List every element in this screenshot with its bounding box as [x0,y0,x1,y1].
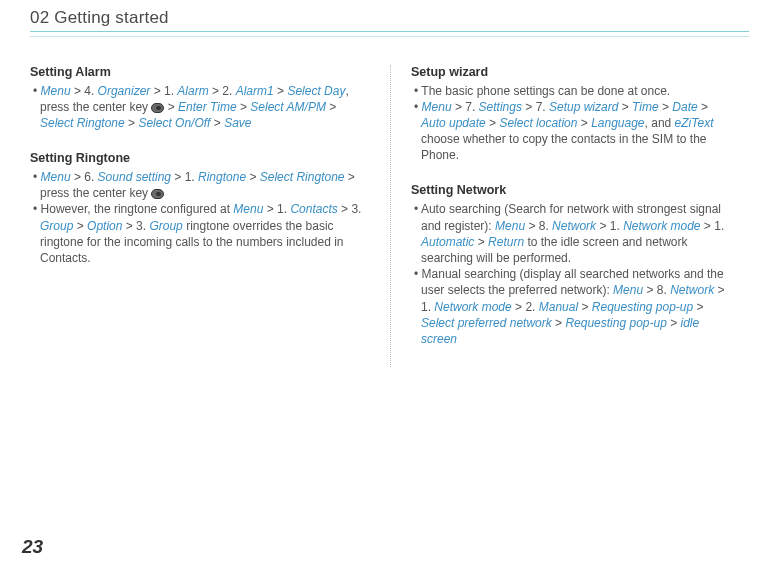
menu-path-link: Save [224,116,251,130]
text-span: > [577,116,591,130]
bullet-network-manual: Manual searching (display all searched n… [411,266,728,347]
menu-path-link: Network mode [623,219,700,233]
header-rule-top [30,31,749,32]
text-span: > [125,116,139,130]
menu-path-link: Contacts [290,202,337,216]
menu-path-link: Menu [41,170,71,184]
menu-path-link: eZiText [675,116,714,130]
menu-path-link: Organizer [98,84,151,98]
text-span: > [552,316,566,330]
text-span: > 1. [701,219,725,233]
bullet-wizard-basic: The basic phone settings can be done at … [411,83,728,99]
menu-path-link: Alarm1 [236,84,274,98]
text-span: > 8. [643,283,670,297]
menu-path-link: Menu [422,100,452,114]
menu-path-link: Alarm [177,84,208,98]
content-area: Setting Alarm Menu > 4. Organizer > 1. A… [30,65,749,368]
menu-path-link: Time [632,100,659,114]
menu-path-link: Auto update [421,116,486,130]
text-span: > [73,219,87,233]
menu-path-link: Date [672,100,697,114]
menu-path-link: Select preferred network [421,316,552,330]
section-setting-ringtone: Setting Ringtone Menu > 6. Sound setting… [30,151,370,266]
menu-path-link: Manual [539,300,578,314]
header-rule-bottom [30,36,749,37]
text-span: > 3. [122,219,149,233]
menu-path-link: Select Ringtone [260,170,345,184]
header-title: 02 Getting started [30,8,749,28]
text-span: > [274,84,288,98]
menu-path-link: Settings [479,100,522,114]
menu-path-link: Network [552,219,596,233]
column-left: Setting Alarm Menu > 4. Organizer > 1. A… [30,65,390,368]
text-span: > [618,100,632,114]
text-span: > [659,100,673,114]
page-number: 23 [22,536,43,558]
text-span: choose whether to copy the contacts in t… [421,132,707,162]
text-span: > 2. [512,300,539,314]
menu-path-link: Language [591,116,644,130]
menu-path-link: Menu [495,219,525,233]
text-span: > [698,100,708,114]
menu-path-link: Enter Time [178,100,237,114]
heading-setting-alarm: Setting Alarm [30,65,370,79]
menu-path-link: Automatic [421,235,474,249]
center-key-icon [151,189,164,199]
text-span: > 7. [452,100,479,114]
section-setting-alarm: Setting Alarm Menu > 4. Organizer > 1. A… [30,65,370,132]
menu-path-link: Requesting pop-up [592,300,693,314]
text-span: > 1. [171,170,198,184]
menu-path-link: Menu [233,202,263,216]
text-span: > [474,235,488,249]
menu-path-link: Requesting pop-up [565,316,666,330]
text-span: > 1. [150,84,177,98]
menu-path-link: Sound setting [98,170,171,184]
text-span: > 1. [263,202,290,216]
bullet-network-auto: Auto searching (Search for network with … [411,201,728,266]
section-setting-network: Setting Network Auto searching (Search f… [411,183,728,347]
text-span: > [667,316,681,330]
text-span: > 8. [525,219,552,233]
text-span: > [164,100,178,114]
menu-path-link: Group [40,219,73,233]
bullet-alarm-path: Menu > 4. Organizer > 1. Alarm > 2. Alar… [30,83,370,132]
menu-path-link: Select AM/PM [250,100,326,114]
text-span: > [693,300,703,314]
section-setup-wizard: Setup wizard The basic phone settings ca… [411,65,728,164]
text-span: However, the ringtone configured at [41,202,234,216]
menu-path-link: Option [87,219,122,233]
menu-path-link: Ringtone [198,170,246,184]
center-key-icon [151,103,164,113]
text-span: > 1. [596,219,623,233]
text-span: > 7. [522,100,549,114]
menu-path-link: Select On/Off [138,116,210,130]
menu-path-link: Group [149,219,182,233]
text-span: > 2. [209,84,236,98]
menu-path-link: Menu [41,84,71,98]
text-span: > 4. [71,84,98,98]
menu-path-link: Select Ringtone [40,116,125,130]
text-span: , and [645,116,675,130]
text-span: > [578,300,592,314]
menu-path-link: Return [488,235,524,249]
text-span: > 6. [71,170,98,184]
heading-setting-ringtone: Setting Ringtone [30,151,370,165]
bullet-ringtone-path: Menu > 6. Sound setting > 1. Ringtone > … [30,169,370,201]
heading-setting-network: Setting Network [411,183,728,197]
text-span: > [210,116,224,130]
menu-path-link: Network [670,283,714,297]
bullet-wizard-path: Menu > 7. Settings > 7. Setup wizard > T… [411,99,728,164]
menu-path-link: Select Day [287,84,345,98]
menu-path-link: Network mode [434,300,511,314]
column-right: Setup wizard The basic phone settings ca… [390,65,728,368]
menu-path-link: Setup wizard [549,100,618,114]
text-span: > 3. [338,202,362,216]
text-span: > [486,116,500,130]
text-span: > [237,100,251,114]
bullet-ringtone-override: However, the ringtone configured at Menu… [30,201,370,266]
menu-path-link: Select location [499,116,577,130]
text-span: The basic phone settings can be done at … [421,84,670,98]
menu-path-link: Menu [613,283,643,297]
text-span: > [326,100,336,114]
heading-setup-wizard: Setup wizard [411,65,728,79]
